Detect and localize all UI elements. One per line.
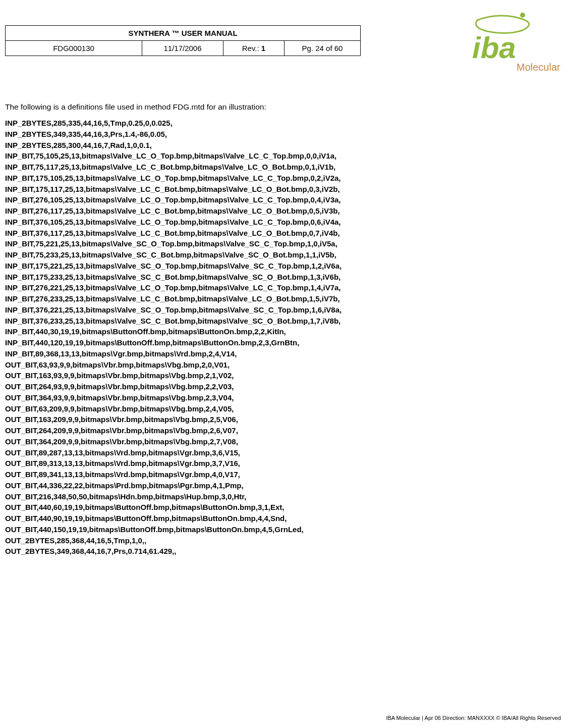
page-header: SYNTHERA ™ USER MANUAL FDG000130 11/17/2…	[5, 10, 563, 77]
logo-subtext: Molecular	[517, 62, 560, 73]
svg-point-0	[520, 13, 525, 18]
logo-text: iba	[472, 31, 516, 65]
doc-page: Pg. 24 of 60	[285, 41, 361, 56]
page-footer: IBA Molecular | Apr 06 Direction: MANXXX…	[386, 715, 561, 721]
header-table: SYNTHERA ™ USER MANUAL FDG000130 11/17/2…	[5, 25, 361, 56]
doc-title: SYNTHERA ™ USER MANUAL	[6, 26, 361, 41]
definitions-block: INP_2BYTES,285,335,44,16,5,Tmp,0.25,0,0.…	[5, 118, 563, 557]
rev-value: 1	[261, 44, 265, 53]
doc-date: 11/17/2006	[142, 41, 223, 56]
rev-label: Rev.:	[242, 44, 259, 53]
doc-rev: Rev.: 1	[223, 41, 285, 56]
doc-id: FDG000130	[6, 41, 142, 56]
iba-logo-icon: iba Molecular	[462, 10, 563, 76]
brand-logo: iba Molecular	[462, 10, 563, 77]
intro-text: The following is a definitions file used…	[5, 102, 563, 112]
